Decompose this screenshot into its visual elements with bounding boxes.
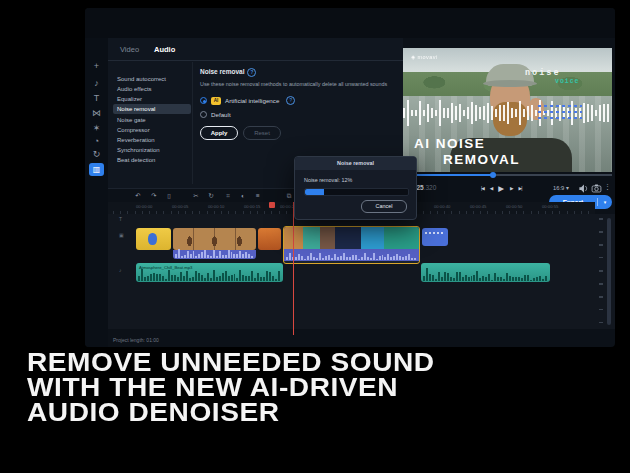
- radio-selected-icon[interactable]: [200, 97, 207, 104]
- timeline-zoom-ticks: [599, 218, 603, 325]
- noise-removal-dialog: Noise removal Noise removal: 12% Cancel: [294, 156, 417, 220]
- frame-back-icon[interactable]: ◀: [490, 186, 493, 191]
- crop-icon[interactable]: ⌗: [222, 190, 234, 202]
- video-clip-1[interactable]: [136, 228, 171, 250]
- project-length-status: Project length: 01:00: [113, 337, 159, 343]
- effects-icon[interactable]: ✶: [89, 122, 104, 135]
- export-dropdown-icon[interactable]: ▾: [598, 199, 612, 205]
- redo-icon[interactable]: ↷: [148, 190, 160, 202]
- tab-video[interactable]: Video: [120, 45, 139, 54]
- voice-overlay-text: voice: [555, 78, 580, 85]
- tab-audio[interactable]: Audio: [154, 45, 175, 54]
- delete-icon[interactable]: ▯: [163, 190, 175, 202]
- seek-knob[interactable]: [490, 172, 496, 178]
- ruler-label: 00:00:10: [208, 204, 224, 209]
- sidebar-item-beat-detection[interactable]: Beat detection: [113, 155, 191, 165]
- sidebar-item-sound-autocorrect[interactable]: Sound autocorrect: [113, 74, 191, 84]
- transport-controls: |◀ ◀ ▶ ▶ ▶|: [481, 182, 551, 194]
- promo-banner: + ♪ T ⋈ ✶ ◔ ↻ ▥ Video Audio Sound autoco…: [0, 0, 630, 473]
- video-clip-4-selected[interactable]: [283, 226, 420, 264]
- dialog-progress-fill: [305, 189, 324, 195]
- ruler-label: 00:00:00: [136, 204, 152, 209]
- caption-line2: REMOVAL: [443, 152, 520, 167]
- color-adjust-icon[interactable]: ◐: [237, 190, 249, 202]
- play-icon[interactable]: ▶: [498, 184, 504, 193]
- option-default-label: Default: [211, 111, 231, 118]
- audio-library-icon[interactable]: ♪: [89, 77, 104, 90]
- ruler-label: 00:00:05: [172, 204, 188, 209]
- panel-divider: [192, 62, 193, 184]
- titles-track-icon[interactable]: T: [119, 216, 122, 222]
- left-toolbar: + ♪ T ⋈ ✶ ◔ ↻ ▥: [85, 38, 108, 347]
- caption-line1: AI NOISE: [414, 136, 485, 151]
- movavi-logo: ◈ movavi: [411, 54, 437, 60]
- ruler-label: 00:00:55: [542, 204, 558, 209]
- voice-waveform-highlight: [538, 104, 582, 120]
- preview-menu-icon[interactable]: ⋮: [604, 183, 611, 191]
- snapshot-icon[interactable]: [591, 183, 602, 194]
- sidebar-item-noise-gate[interactable]: Noise gate: [113, 115, 191, 125]
- video-clip-5[interactable]: [422, 228, 448, 246]
- undo-icon[interactable]: ↶: [132, 190, 144, 202]
- cut-icon[interactable]: ✂: [190, 190, 202, 202]
- skip-start-icon[interactable]: |◀: [481, 186, 484, 191]
- speed-icon[interactable]: ◔: [89, 135, 104, 148]
- info-icon[interactable]: ?: [286, 96, 295, 105]
- audio-track-icon[interactable]: ♪: [119, 267, 122, 273]
- sidebar-item-audio-effects[interactable]: Audio effects: [113, 84, 191, 94]
- settings-description: Use these noise removal methods to autom…: [200, 81, 387, 87]
- sidebar-item-reverberation[interactable]: Reverberation: [113, 135, 191, 145]
- selected-clip-wave: [286, 252, 417, 260]
- sidebar-item-noise-removal[interactable]: Noise removal: [113, 104, 191, 114]
- ruler-label: 00:00:45: [470, 204, 486, 209]
- apply-button[interactable]: Apply: [200, 126, 238, 140]
- audio-clip-2[interactable]: [421, 263, 550, 282]
- sidebar-item-compressor[interactable]: Compressor: [113, 125, 191, 135]
- transitions-icon[interactable]: ⋈: [89, 107, 104, 120]
- clip-properties-icon[interactable]: ≡: [252, 190, 264, 202]
- playhead[interactable]: [293, 202, 294, 335]
- info-icon[interactable]: ?: [247, 68, 256, 77]
- headline: REMOVE UNNEEDED SOUND WITH THE NEW AI-DR…: [27, 350, 435, 425]
- ai-badge-icon: AI: [211, 97, 221, 105]
- skip-end-icon[interactable]: ▶|: [519, 186, 522, 191]
- frame-forward-icon[interactable]: ▶: [510, 186, 513, 191]
- window-titlebar: [85, 8, 615, 38]
- titles-icon[interactable]: T: [89, 92, 104, 105]
- video-clip-2-audio-strip[interactable]: [173, 250, 256, 259]
- dialog-progress-label: Noise removal: 12%: [304, 177, 352, 183]
- tab-divider: [108, 60, 403, 61]
- audio-tools-icon[interactable]: ▥: [89, 163, 104, 176]
- video-clip-3[interactable]: [258, 228, 281, 250]
- video-clip-2[interactable]: [173, 228, 256, 250]
- sidebar-item-equalizer[interactable]: Equalizer: [113, 94, 191, 104]
- ruler-label: 00:00:15: [244, 204, 260, 209]
- cancel-button[interactable]: Cancel: [361, 200, 407, 213]
- video-track-icon[interactable]: ▣: [119, 232, 124, 238]
- audio-clip2-wave: [423, 269, 548, 281]
- seek-bar[interactable]: [403, 173, 612, 176]
- sidebar-item-synchronization[interactable]: Synchronization: [113, 145, 191, 155]
- option-ai-label: Artificial intelligence: [225, 97, 279, 104]
- volume-icon[interactable]: [578, 183, 589, 194]
- reset-button-disabled: Reset: [243, 126, 281, 140]
- dialog-progress-bar: [304, 188, 409, 196]
- import-media-icon[interactable]: +: [89, 60, 104, 73]
- dialog-title: Noise removal: [295, 157, 416, 170]
- aspect-ratio-select[interactable]: 16:9 ▾: [553, 185, 569, 191]
- ruler-label: 00:00:40: [434, 204, 450, 209]
- sync-icon[interactable]: ↻: [89, 148, 104, 161]
- audio-clip-1[interactable]: Atmosphere_Chill_Beat.mp3: [136, 263, 283, 282]
- timeline-tracks: T ▣ ♪ Atmosphere_Chill_Beat.mp3: [108, 214, 615, 329]
- option-artificial-intelligence[interactable]: AI Artificial intelligence ?: [200, 96, 295, 105]
- option-default[interactable]: Default: [200, 110, 231, 119]
- settings-title: Noise removal?: [200, 68, 256, 77]
- noise-overlay-text: noise: [525, 68, 561, 78]
- audio-clip1-wave: [138, 269, 281, 281]
- radio-unselected-icon[interactable]: [200, 111, 207, 118]
- rotate-icon[interactable]: ↻: [205, 190, 217, 202]
- timeline-scrollbar[interactable]: [607, 218, 611, 325]
- clipB-wave: [175, 250, 254, 258]
- headline-line3: AUDIO DENOISER: [27, 400, 435, 425]
- video-preview[interactable]: ◈ movavi noise voice AI NOISE REMOVAL: [403, 48, 612, 172]
